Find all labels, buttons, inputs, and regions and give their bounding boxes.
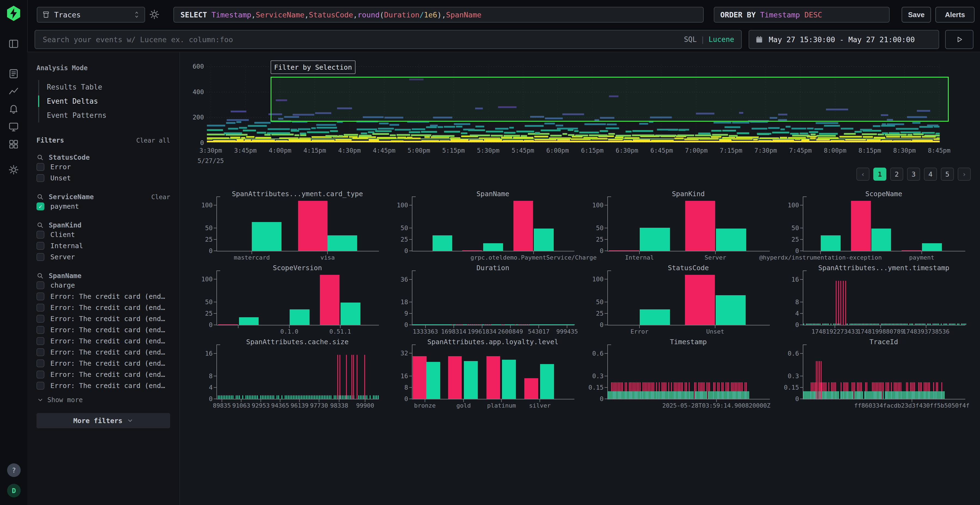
chart-plot[interactable]: 02550100InternalServer <box>607 200 770 251</box>
chart-plot[interactable]: 00.150.30.62025-05-28T03:59:14.900820000… <box>607 348 770 399</box>
heatmap-selection-box[interactable] <box>270 77 949 122</box>
filter-checkbox[interactable] <box>37 359 45 367</box>
clear-all-filters-link[interactable]: Clear all <box>136 137 170 144</box>
logs-icon[interactable] <box>8 68 19 79</box>
pagination-prev-button[interactable]: ‹ <box>856 168 869 181</box>
line-chart-icon[interactable] <box>8 86 19 97</box>
avatar[interactable]: D <box>7 484 21 497</box>
filter-checkbox[interactable]: ✓ <box>37 202 45 210</box>
chart-title: Timestamp <box>607 338 769 346</box>
comb-tick <box>665 391 665 399</box>
filter-checkbox[interactable] <box>37 304 45 311</box>
bell-icon[interactable] <box>8 103 19 114</box>
filter-checkbox[interactable] <box>37 231 45 239</box>
x-tick-label: 1748192273433 <box>811 328 858 335</box>
filter-option[interactable]: Error: The credit card (end… <box>27 358 180 369</box>
pagination-page-1[interactable]: 1 <box>873 168 886 181</box>
filter-option[interactable]: Error: The credit card (end… <box>27 313 180 324</box>
alerts-button[interactable]: Alerts <box>935 7 975 22</box>
filter-checkbox[interactable] <box>37 382 45 390</box>
source-settings-gear-icon[interactable] <box>149 9 160 20</box>
bar-outlier <box>487 356 500 399</box>
search-icon[interactable] <box>37 272 44 279</box>
y-tick-label: 18 <box>401 299 408 306</box>
order-by-input[interactable]: ORDER BY Timestamp DESC <box>714 7 889 22</box>
search-icon[interactable] <box>37 221 44 229</box>
filter-option[interactable]: Error: The credit card (end… <box>27 380 180 391</box>
y-tick-label: 0.6 <box>592 350 603 357</box>
chart-plot[interactable]: 0481689835910639295394365961399773098338… <box>216 348 379 399</box>
filter-option[interactable]: Internal <box>27 240 180 251</box>
show-more-toggle[interactable]: Show more <box>37 396 180 404</box>
filter-option[interactable]: Error: The credit card (end… <box>27 335 180 347</box>
comb-tick <box>961 324 962 325</box>
chart-plot[interactable]: 0481617481922734331748199880789174839373… <box>803 274 965 326</box>
sql-select-input[interactable]: SELECT Timestamp,ServiceName,StatusCode,… <box>173 7 704 22</box>
filter-checkbox[interactable] <box>37 292 45 300</box>
pagination-page-5[interactable]: 5 <box>941 168 954 181</box>
filter-option[interactable]: Error <box>27 161 180 173</box>
pagination-page-3[interactable]: 3 <box>907 168 920 181</box>
filter-checkbox[interactable] <box>37 337 45 345</box>
pagination-page-2[interactable]: 2 <box>890 168 903 181</box>
filter-checkbox[interactable] <box>37 371 45 378</box>
apps-grid-icon[interactable] <box>8 138 19 150</box>
filter-option[interactable]: Server <box>27 251 180 262</box>
chart-plot[interactable]: 081632bronzegoldplatinumsilver <box>412 348 574 399</box>
chart-plot[interactable]: 02550100ErrorUnset <box>607 274 770 326</box>
save-button[interactable]: Save <box>902 7 931 22</box>
filter-option[interactable]: charge <box>27 280 180 291</box>
bar-inlier <box>821 235 841 251</box>
filter-option[interactable]: Client <box>27 229 180 240</box>
run-query-button[interactable] <box>945 30 974 49</box>
hyperdx-logo-icon[interactable] <box>5 5 22 22</box>
filter-checkbox[interactable] <box>37 326 45 334</box>
search-icon[interactable] <box>37 154 44 161</box>
pagination-page-4[interactable]: 4 <box>924 168 937 181</box>
filter-checkbox[interactable] <box>37 281 45 289</box>
chart-plot[interactable]: 02550100mastercardvisa <box>216 200 379 251</box>
bar-outlier <box>413 356 426 399</box>
filter-checkbox[interactable] <box>37 315 45 323</box>
comb-tick <box>915 324 916 325</box>
pagination-next-button[interactable]: › <box>958 168 971 181</box>
help-button[interactable]: ? <box>7 464 21 477</box>
chart-plot[interactable]: 02550100grpc.oteldemo.PaymentService/Cha… <box>412 200 574 251</box>
date-range-picker[interactable]: May 27 15:30:00 - May 27 21:00:00 <box>749 30 939 49</box>
source-select[interactable]: Traces <box>37 7 145 22</box>
x-tick-label: 98338 <box>330 402 348 409</box>
filter-checkbox[interactable] <box>37 253 45 261</box>
filter-checkbox[interactable] <box>37 174 45 182</box>
filter-option[interactable]: Error: The credit card (end… <box>27 302 180 313</box>
chart-plot[interactable]: 025501000.1.00.51.1 <box>216 274 379 326</box>
filter-option[interactable]: Error: The credit card (end… <box>27 369 180 380</box>
monitor-icon[interactable] <box>8 121 19 132</box>
filter-group-clear-link[interactable]: Clear <box>151 194 170 200</box>
analysis-mode-item-results-table[interactable]: Results Table <box>39 80 180 94</box>
filter-by-selection-tooltip[interactable]: Filter by Selection <box>270 60 356 74</box>
gear-icon[interactable] <box>8 164 19 176</box>
filter-option[interactable]: Error: The credit card (end… <box>27 291 180 302</box>
chart-plot[interactable]: 02550100@hyperdx/instrumentation-excepti… <box>803 200 965 251</box>
comb-tick <box>467 324 468 325</box>
comb-tick <box>228 395 228 399</box>
chart-plot[interactable]: 00.150.30.6ff860334facdb23d3f430ff5b5050… <box>803 348 965 399</box>
search-icon[interactable] <box>37 193 44 200</box>
search-input[interactable] <box>42 35 684 44</box>
query-token: SELECT <box>180 11 212 19</box>
filter-option[interactable]: Error: The credit card (end… <box>27 347 180 358</box>
mode-sql-toggle[interactable]: SQL <box>684 35 697 43</box>
chart-plot[interactable]: 0918361333363169831419961834260084954301… <box>412 274 574 326</box>
analysis-mode-item-event-patterns[interactable]: Event Patterns <box>39 108 180 122</box>
analysis-mode-item-event-deltas[interactable]: Event Deltas <box>39 94 180 108</box>
filter-checkbox[interactable] <box>37 163 45 171</box>
more-filters-button[interactable]: More filters <box>37 413 170 428</box>
filter-option[interactable]: ✓payment <box>27 201 180 212</box>
mode-lucene-toggle[interactable]: Lucene <box>709 35 734 43</box>
filter-option[interactable]: Unset <box>27 173 180 184</box>
filter-checkbox[interactable] <box>37 348 45 356</box>
filter-option[interactable]: Error: The credit card (end… <box>27 324 180 335</box>
heatmap-x-tick-label: 6:45pm <box>650 147 673 154</box>
panel-left-icon[interactable] <box>8 38 19 49</box>
filter-checkbox[interactable] <box>37 242 45 250</box>
